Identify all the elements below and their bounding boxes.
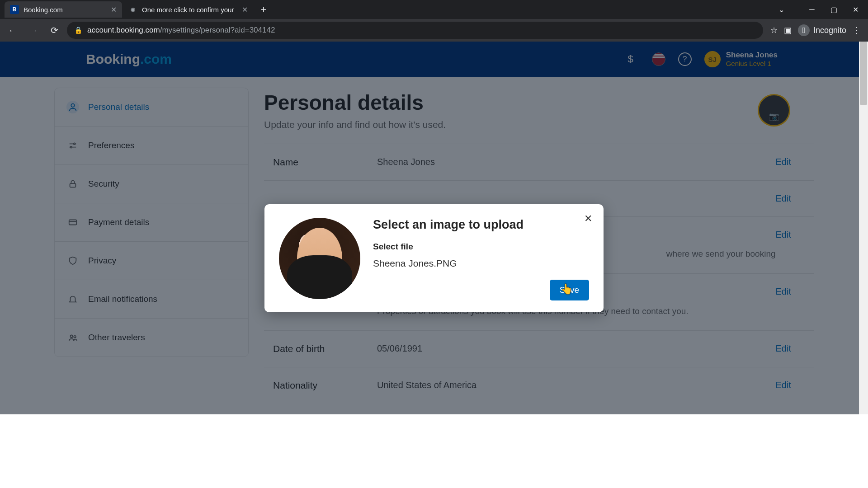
save-button[interactable]: Save 👆: [550, 280, 589, 300]
page: Booking.com $ ? SJ Sheena Jones Genius L…: [0, 42, 868, 414]
minimize-button[interactable]: ─: [802, 3, 822, 16]
image-preview: [279, 218, 360, 299]
modal-overlay: ✕ Select an image to upload Select file …: [0, 42, 868, 414]
globe-favicon: ◉: [128, 5, 137, 14]
menu-icon[interactable]: ⋮: [853, 25, 861, 35]
booking-favicon: B: [10, 5, 19, 14]
tab-booking[interactable]: B Booking.com ✕: [5, 1, 122, 18]
tab-close-icon[interactable]: ✕: [242, 5, 248, 14]
maximize-button[interactable]: ▢: [824, 3, 844, 16]
close-icon[interactable]: ✕: [581, 211, 595, 226]
reload-button[interactable]: ⟳: [46, 22, 62, 38]
scrollbar-track[interactable]: [859, 42, 868, 414]
address-bar: ← → ⟳ 🔒 account.booking.com/mysettings/p…: [0, 19, 868, 42]
incognito-icon: 𒀭: [798, 24, 810, 36]
install-icon[interactable]: ▣: [784, 25, 792, 35]
chevron-down-icon[interactable]: ⌄: [771, 3, 791, 16]
tab-close-icon[interactable]: ✕: [111, 5, 117, 14]
lock-icon: 🔒: [74, 26, 83, 34]
modal-title: Select an image to upload: [373, 218, 589, 232]
forward-button[interactable]: →: [25, 22, 42, 38]
scrollbar-thumb[interactable]: [860, 42, 867, 105]
new-tab-button[interactable]: +: [254, 4, 273, 15]
tab-title: One more click to confirm your: [142, 6, 234, 14]
tab-confirm[interactable]: ◉ One more click to confirm your ✕: [123, 1, 253, 18]
url-field[interactable]: 🔒 account.booking.com/mysettings/persona…: [67, 22, 763, 39]
window-controls: ⌄ ─ ▢ ✕: [771, 3, 868, 16]
upload-image-modal: ✕ Select an image to upload Select file …: [264, 204, 604, 312]
star-icon[interactable]: ☆: [770, 25, 778, 35]
browser-chrome: B Booking.com ✕ ◉ One more click to conf…: [0, 0, 868, 42]
tab-bar: B Booking.com ✕ ◉ One more click to conf…: [0, 0, 868, 19]
tab-title: Booking.com: [24, 6, 103, 14]
close-window-button[interactable]: ✕: [845, 3, 865, 16]
select-file-label[interactable]: Select file: [373, 242, 589, 252]
selected-filename: Sheena Jones.PNG: [373, 258, 589, 269]
incognito-badge[interactable]: 𒀭 Incognito: [798, 24, 846, 36]
back-button[interactable]: ←: [5, 22, 21, 38]
url-text: account.booking.com/mysettings/personal?…: [87, 26, 275, 35]
